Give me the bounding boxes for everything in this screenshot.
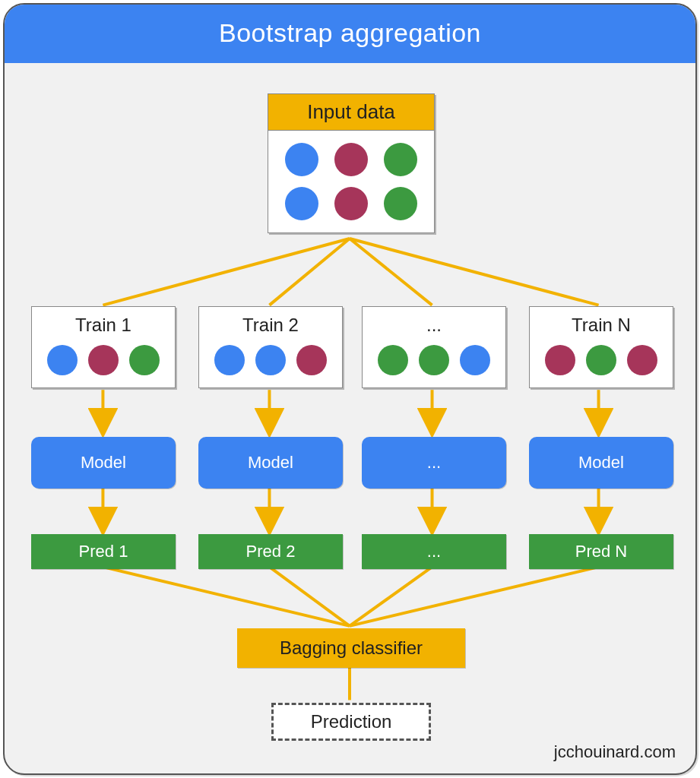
train-dots (363, 339, 505, 387)
model-box: Model (529, 437, 673, 489)
pred-label: Pred 1 (79, 542, 128, 561)
prediction-box: Prediction (271, 703, 431, 741)
model-label: Model (248, 453, 293, 473)
model-box: ... (362, 437, 506, 489)
svg-line-12 (103, 567, 350, 626)
input-data-dots (268, 131, 434, 232)
data-point-icon (384, 143, 417, 176)
data-point-icon (545, 345, 575, 375)
svg-line-0 (103, 239, 350, 305)
train-box: Train N (529, 306, 673, 388)
title-bar: Bootstrap aggregation (5, 5, 695, 63)
data-point-icon (285, 187, 318, 220)
train-box: ... (362, 306, 506, 388)
data-point-icon (384, 187, 417, 220)
pred-box: Pred 2 (198, 534, 343, 569)
input-data-header: Input data (268, 94, 434, 131)
pred-box: Pred N (529, 534, 673, 569)
train-label: Train N (530, 307, 673, 339)
train-label: Train 2 (199, 307, 342, 339)
pred-box: Pred 1 (31, 534, 176, 569)
model-label: Model (578, 453, 624, 473)
pred-box: ... (362, 534, 506, 569)
train-label: ... (363, 307, 505, 339)
svg-line-3 (350, 239, 599, 305)
diagram-canvas: Input data Train 1 Model Pred 1 (5, 63, 695, 774)
data-point-icon (460, 345, 490, 375)
data-point-icon (214, 345, 245, 375)
data-point-icon (88, 345, 119, 375)
data-point-icon (334, 143, 368, 176)
data-point-icon (586, 345, 616, 375)
data-point-icon (378, 345, 408, 375)
train-box: Train 1 (31, 306, 176, 388)
train-dots (530, 339, 673, 387)
bagging-label: Bagging classifier (280, 637, 423, 659)
data-point-icon (627, 345, 657, 375)
data-point-icon (255, 345, 286, 375)
data-point-icon (334, 187, 368, 220)
diagram-title: Bootstrap aggregation (219, 18, 481, 47)
svg-line-15 (350, 567, 599, 626)
train-label: Train 1 (32, 307, 175, 339)
data-point-icon (129, 345, 160, 375)
prediction-label: Prediction (311, 711, 392, 732)
data-point-icon (285, 143, 318, 176)
model-label: ... (427, 453, 441, 473)
model-box: Model (198, 437, 343, 489)
diagram-frame: Bootstrap aggregation (3, 3, 697, 775)
pred-label: ... (427, 542, 441, 561)
pred-label: Pred 2 (246, 542, 296, 561)
credit-text: jcchouinard.com (554, 742, 676, 762)
train-dots (199, 339, 342, 387)
bagging-classifier-box: Bagging classifier (237, 628, 465, 668)
pred-label: Pred N (575, 542, 627, 561)
data-point-icon (47, 345, 78, 375)
data-point-icon (296, 345, 327, 375)
model-label: Model (81, 453, 126, 473)
train-box: Train 2 (198, 306, 343, 388)
train-dots (32, 339, 175, 387)
model-box: Model (31, 437, 176, 489)
input-data-box: Input data (268, 93, 435, 233)
data-point-icon (419, 345, 449, 375)
